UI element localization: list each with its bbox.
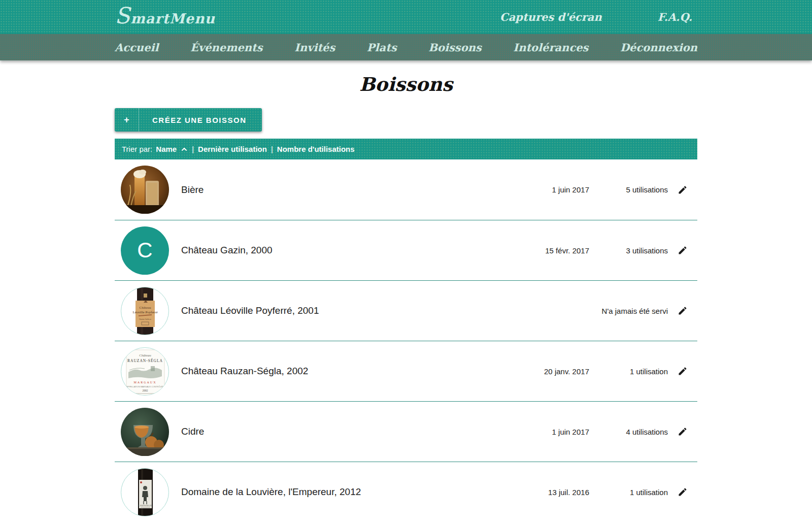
nav-item-intolerances[interactable]: Intolérances bbox=[513, 41, 588, 54]
topbar-link-faq[interactable]: F.A.Q. bbox=[658, 11, 692, 23]
svg-text:RAUZAN-SÉGLA: RAUZAN-SÉGLA bbox=[127, 358, 163, 363]
sort-bar: Trier par: Name | Dernière utilisation |… bbox=[115, 139, 697, 159]
drink-last-used: 13 juil. 2016 bbox=[508, 488, 589, 497]
edit-drink-button[interactable] bbox=[668, 185, 697, 195]
rauzan-segla-wine-label-photo: Château RAUZAN-SÉGLA MARGAUX APPELLATION… bbox=[121, 347, 169, 396]
drink-name: Domaine de la Louvière, l'Empereur, 2012 bbox=[181, 486, 508, 498]
create-drink-button[interactable]: + CRÉEZ UNE BOISSON bbox=[115, 108, 262, 132]
svg-text:MARGAUX: MARGAUX bbox=[133, 381, 156, 384]
nav-item-invites[interactable]: Invités bbox=[294, 41, 335, 54]
svg-text:Saint Julien: Saint Julien bbox=[139, 318, 151, 320]
main-content: Boissons + CRÉEZ UNE BOISSON Trier par: … bbox=[115, 73, 697, 522]
nav-item-accueil[interactable]: Accueil bbox=[115, 41, 158, 54]
pencil-icon bbox=[678, 306, 688, 316]
letter-avatar: C bbox=[121, 226, 169, 275]
drink-usage-count: 3 utilisations bbox=[589, 246, 668, 255]
sort-option-usage-count[interactable]: Nombre d'utilisations bbox=[277, 145, 355, 153]
sort-prefix-label: Trier par: bbox=[122, 145, 152, 153]
drink-name: Château Rauzan-Ségla, 2002 bbox=[181, 366, 508, 377]
sort-ascending-icon bbox=[181, 146, 188, 153]
drink-last-used: 15 févr. 2017 bbox=[508, 246, 589, 255]
pencil-icon bbox=[678, 427, 688, 437]
drink-row-gazin[interactable]: C Château Gazin, 2000 15 févr. 2017 3 ut… bbox=[115, 220, 697, 280]
edit-drink-button[interactable] bbox=[668, 245, 697, 255]
svg-text:Château: Château bbox=[140, 306, 151, 310]
beer-photo bbox=[121, 166, 169, 214]
drink-row-leoville[interactable]: Château Léoville Poyferré Saint Julien C… bbox=[115, 280, 697, 341]
edit-drink-button[interactable] bbox=[668, 366, 697, 376]
main-nav: Accueil Événements Invités Plats Boisson… bbox=[0, 34, 812, 60]
drink-usage-count: 4 utilisations bbox=[589, 428, 668, 436]
pencil-icon bbox=[678, 245, 688, 255]
drink-name: Cidre bbox=[181, 426, 508, 437]
plus-icon: + bbox=[115, 108, 139, 132]
drink-last-used: 1 juin 2017 bbox=[508, 428, 589, 436]
drink-usage-count: N'a jamais été servi bbox=[589, 307, 668, 315]
sort-separator: | bbox=[271, 145, 273, 153]
drink-usage-count: 1 utilisation bbox=[589, 367, 668, 376]
nav-item-plats[interactable]: Plats bbox=[367, 41, 397, 54]
sort-option-last-use[interactable]: Dernière utilisation bbox=[198, 145, 267, 153]
drink-name: Château Léoville Poyferré, 2001 bbox=[181, 305, 508, 316]
drink-last-used: 20 janv. 2017 bbox=[508, 367, 589, 376]
sort-option-name[interactable]: Name bbox=[156, 145, 177, 153]
drink-name: Bière bbox=[181, 184, 508, 195]
edit-drink-button[interactable] bbox=[668, 427, 697, 437]
app-logo[interactable]: SmartMenu bbox=[115, 0, 215, 36]
create-drink-button-label: CRÉEZ UNE BOISSON bbox=[139, 116, 262, 124]
pencil-icon bbox=[678, 185, 688, 195]
svg-text:2002: 2002 bbox=[143, 389, 148, 392]
drink-row-rauzan[interactable]: Château RAUZAN-SÉGLA MARGAUX APPELLATION… bbox=[115, 341, 697, 401]
cider-photo bbox=[121, 408, 169, 456]
drink-row-biere[interactable]: Bière 1 juin 2017 5 utilisations bbox=[115, 159, 697, 220]
louviere-wine-bottle-photo: L'EMPEREUR bbox=[121, 468, 169, 516]
svg-text:L'EMPEREUR: L'EMPEREUR bbox=[139, 504, 152, 507]
edit-drink-button[interactable] bbox=[668, 487, 697, 497]
nav-item-evenements[interactable]: Événements bbox=[190, 41, 263, 54]
drink-usage-count: 1 utilisation bbox=[589, 488, 668, 497]
drink-usage-count: 5 utilisations bbox=[589, 185, 668, 194]
topbar-links: Captures d'écran F.A.Q. bbox=[500, 11, 697, 23]
drink-row-cidre[interactable]: Cidre 1 juin 2017 4 utilisations bbox=[115, 401, 697, 462]
nav-item-boissons[interactable]: Boissons bbox=[428, 41, 481, 54]
drink-row-louviere[interactable]: L'EMPEREUR Domaine de la Louvière, l'Emp… bbox=[115, 462, 697, 522]
svg-text:APPELLATION MARGAUX CONTRÔLÉE: APPELLATION MARGAUX CONTRÔLÉE bbox=[126, 385, 164, 388]
nav-item-deconnexion[interactable]: Déconnexion bbox=[620, 41, 697, 54]
drink-last-used: 1 juin 2017 bbox=[508, 185, 589, 194]
edit-drink-button[interactable] bbox=[668, 306, 697, 316]
drink-list: Bière 1 juin 2017 5 utilisations C Châte… bbox=[115, 159, 697, 522]
page-title: Boissons bbox=[115, 73, 697, 95]
pencil-icon bbox=[678, 366, 688, 376]
drink-name: Château Gazin, 2000 bbox=[181, 245, 508, 256]
svg-text:Château: Château bbox=[139, 353, 151, 357]
svg-text:Léoville Poyferré: Léoville Poyferré bbox=[132, 310, 157, 314]
sort-separator: | bbox=[192, 145, 194, 153]
topbar-link-captures[interactable]: Captures d'écran bbox=[500, 11, 602, 23]
leoville-wine-bottle-photo: Château Léoville Poyferré Saint Julien bbox=[121, 287, 169, 335]
topbar: SmartMenu Captures d'écran F.A.Q. bbox=[0, 0, 812, 34]
pencil-icon bbox=[678, 487, 688, 497]
